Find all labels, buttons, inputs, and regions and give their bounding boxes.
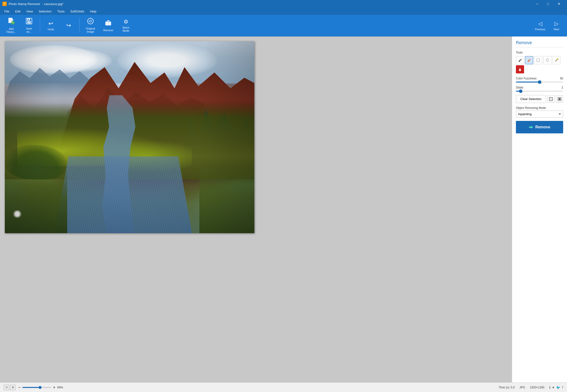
svg-rect-19: [550, 98, 552, 100]
undo-button[interactable]: ↩ Undo: [43, 16, 59, 35]
object-removing-dropdown[interactable]: Inpainting Smart Fill Move & Expand: [516, 111, 563, 118]
zoom-slider-thumb[interactable]: [39, 386, 42, 389]
zoom-slider-fill: [22, 387, 39, 388]
svg-line-11: [521, 59, 522, 60]
clear-selection-row: Clear Selection: [516, 95, 563, 103]
facebook-icon[interactable]: f: [562, 386, 563, 389]
next-button[interactable]: ▷ Next: [549, 16, 564, 35]
dimensions-display: 1920×1280: [530, 386, 544, 389]
fit-view-button[interactable]: ⊡: [4, 385, 9, 390]
zoom-plus[interactable]: +: [53, 385, 55, 390]
dilate-section: Dilate 2: [516, 86, 563, 92]
svg-point-14: [557, 58, 558, 60]
app-icon: P: [2, 2, 7, 6]
zoom-control: − + 64%: [18, 385, 66, 390]
tools-row: [516, 56, 563, 73]
add-files-button[interactable]: + AddFile(s)...: [3, 16, 20, 35]
previous-button[interactable]: ◁ Previous: [532, 16, 548, 35]
redo-icon: ↪: [66, 22, 71, 29]
previous-icon: ◁: [538, 21, 542, 27]
object-removing-section: Object Removing Mode Inpainting Smart Fi…: [516, 106, 563, 118]
status-left: ⊡ ⊞ − + 64%: [4, 385, 66, 390]
magic-eraser-tool[interactable]: [525, 56, 533, 64]
menu-bar: File Edit View Selection Tools SoftOrbit…: [0, 8, 567, 15]
canvas-area[interactable]: [0, 36, 512, 382]
svg-text:+: +: [12, 21, 14, 25]
color-fuzziness-fill: [516, 82, 540, 83]
twitter-icon[interactable]: 🐦: [556, 386, 560, 389]
menu-tools[interactable]: Tools: [55, 9, 67, 14]
info-icon[interactable]: ℹ: [549, 386, 551, 389]
dilate-track[interactable]: [516, 91, 563, 92]
color-fuzziness-section: Color Fuzziness 50: [516, 77, 563, 83]
svg-rect-5: [27, 21, 31, 24]
zoom-value: 64%: [57, 386, 66, 389]
image-canvas[interactable]: [5, 41, 254, 233]
menu-file[interactable]: File: [2, 9, 12, 14]
select-from-image-button[interactable]: [547, 96, 554, 103]
menu-selection[interactable]: Selection: [36, 9, 54, 14]
batch-mode-icon: ⚙: [124, 19, 128, 25]
stamp-tool[interactable]: [516, 65, 524, 73]
color-fuzziness-label: Color Fuzziness: [516, 77, 537, 80]
lasso-tool[interactable]: [543, 56, 552, 64]
zoom-minus[interactable]: −: [18, 385, 20, 390]
add-files-icon: +: [8, 17, 15, 26]
actual-size-button[interactable]: ⊞: [10, 385, 15, 390]
batch-mode-button[interactable]: ⚙ BatchMode: [118, 16, 134, 35]
magic-wand-tool[interactable]: [552, 56, 561, 64]
right-panel: Remove Tools: [512, 36, 567, 382]
landscape-image: [5, 41, 254, 233]
time-display: Time (s): 5.0: [499, 386, 515, 389]
favorite-icon[interactable]: ♥: [552, 386, 554, 389]
status-right: Time (s): 5.0 JPG 1920×1280 ℹ ♥ 🐦 f: [499, 386, 563, 389]
window-controls: ─ □ ✕: [531, 0, 565, 8]
menu-edit[interactable]: Edit: [13, 9, 23, 14]
add-files-label: AddFile(s)...: [6, 27, 16, 34]
rect-select-tool[interactable]: [534, 56, 542, 64]
svg-rect-21: [559, 98, 561, 100]
color-fuzziness-track[interactable]: [516, 82, 563, 83]
original-image-button[interactable]: OriginalImage: [82, 16, 99, 35]
brush-tool[interactable]: [516, 56, 524, 64]
menu-help[interactable]: Help: [88, 9, 99, 14]
batch-mode-label: BatchMode: [123, 26, 129, 32]
svg-rect-18: [549, 98, 553, 101]
remove-button-label: Remove: [535, 125, 550, 129]
redo-button[interactable]: ↪: [60, 16, 77, 35]
status-bar: ⊡ ⊞ − + 64% Time (s): 5.0 JPG 1920×1280 …: [0, 382, 567, 392]
next-label: Next: [554, 28, 559, 31]
remove-toolbar-button[interactable]: Remove: [100, 16, 117, 35]
zoom-slider-track[interactable]: [22, 387, 51, 388]
menu-view[interactable]: View: [24, 9, 35, 14]
svg-rect-12: [537, 59, 540, 62]
view-mode-buttons: ⊡ ⊞: [4, 385, 15, 390]
dilate-thumb[interactable]: [519, 89, 522, 93]
menu-softorbits[interactable]: SoftOrbits: [68, 9, 87, 14]
invert-selection-button[interactable]: [556, 96, 563, 103]
save-as-label: Saveas...: [26, 27, 32, 33]
color-fuzziness-value: 50: [560, 77, 563, 80]
color-fuzziness-thumb[interactable]: [538, 80, 541, 84]
remove-button[interactable]: ➡ Remove: [516, 121, 563, 133]
dilate-value: 2: [562, 86, 563, 89]
title-bar: P Photo Stamp Remover - caucasus.jpg* ─ …: [0, 0, 567, 8]
svg-rect-6: [28, 19, 29, 20]
tools-section: Tools: [516, 51, 563, 73]
remove-button-icon: ➡: [529, 124, 533, 130]
next-icon: ▷: [554, 21, 559, 27]
save-as-button[interactable]: Saveas...: [21, 16, 37, 35]
social-icons: ℹ ♥ 🐦 f: [549, 386, 563, 389]
minimize-button[interactable]: ─: [531, 0, 542, 8]
format-display: JPG: [520, 386, 525, 389]
svg-rect-17: [519, 70, 521, 71]
clear-selection-button[interactable]: Clear Selection: [516, 95, 546, 103]
main-layout: Remove Tools: [0, 36, 567, 382]
undo-icon: ↩: [48, 20, 53, 27]
close-button[interactable]: ✕: [553, 0, 565, 8]
previous-label: Previous: [535, 28, 545, 31]
tools-label: Tools: [516, 51, 563, 54]
save-icon: [26, 18, 32, 26]
maximize-button[interactable]: □: [542, 0, 553, 8]
original-image-icon: [87, 18, 94, 26]
